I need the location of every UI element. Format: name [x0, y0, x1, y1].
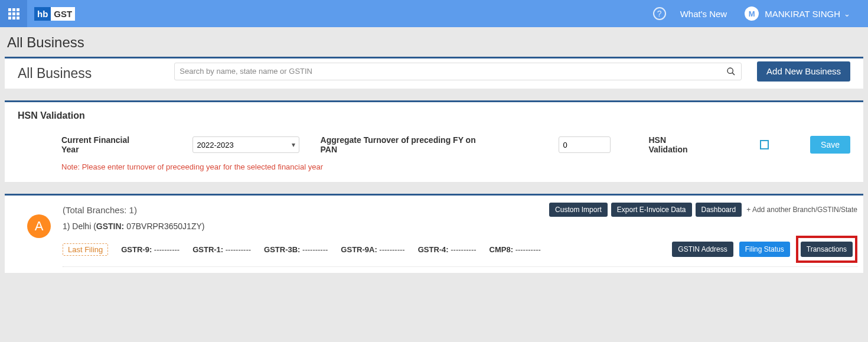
total-branches-label: (Total Branches: 1) [63, 205, 137, 215]
filing-row: Last Filing GSTR-9: ---------- GSTR-1: -… [63, 236, 857, 267]
chevron-down-icon: ▾ [292, 141, 295, 149]
turnover-input[interactable] [559, 136, 611, 153]
save-button[interactable]: Save [810, 136, 850, 154]
search-icon[interactable] [726, 67, 736, 78]
whats-new-link[interactable]: What's New [680, 9, 727, 19]
filing-status-button[interactable]: Filing Status [739, 242, 790, 257]
user-avatar[interactable]: M [745, 6, 759, 21]
hsn-validation-checkbox[interactable] [760, 140, 769, 149]
add-new-business-button[interactable]: Add New Business [757, 61, 850, 82]
financial-year-select[interactable]: 2022-2023 ▾ [192, 136, 299, 153]
user-name-label: MANKIRAT SINGH [765, 9, 840, 19]
hsn-validation-card: HSN Validation Current Financial Year 20… [5, 100, 863, 182]
financial-year-label: Current Financial Year [61, 135, 139, 154]
transactions-button[interactable]: Transactions [801, 242, 853, 257]
gstin-label: GSTIN: [96, 222, 124, 231]
filing-gstr9a: GSTR-9A: ---------- [341, 245, 404, 254]
search-input[interactable] [174, 63, 742, 80]
all-business-heading: All Business [18, 61, 92, 82]
financial-year-value: 2022-2023 [197, 141, 233, 149]
turnover-label: Aggregate Turnover of preceding FY on PA… [321, 135, 477, 154]
user-menu-chevron-icon[interactable]: ⌄ [844, 9, 850, 18]
page-title: All Business [5, 30, 863, 57]
branch-line: 1) Delhi (GSTIN: 07BVRPR3650J1ZY) [63, 222, 857, 231]
svg-point-0 [727, 68, 733, 73]
business-avatar: A [27, 214, 51, 238]
hsn-validation-label: HSN Validation [648, 135, 701, 154]
app-logo[interactable]: hb GST [34, 5, 75, 22]
business-list-card: A (Total Branches: 1) Custom Import Expo… [5, 194, 863, 273]
logo-gst: GST [51, 7, 75, 21]
apps-grid-icon [8, 8, 19, 19]
branch-prefix: 1) Delhi ( [63, 222, 96, 231]
help-icon[interactable]: ? [653, 7, 666, 20]
transactions-highlight: Transactions [796, 236, 857, 263]
filing-gstr9: GSTR-9: ---------- [121, 245, 180, 254]
filing-gstr3b: GSTR-3B: ---------- [264, 245, 328, 254]
all-business-card: All Business Add New Business [5, 57, 863, 89]
gstin-address-button[interactable]: GSTIN Address [672, 242, 733, 257]
gstin-value: 07BVRPR3650J1ZY) [124, 222, 204, 231]
apps-menu-button[interactable] [0, 0, 27, 27]
custom-import-button[interactable]: Custom Import [549, 203, 608, 217]
logo-hb: hb [34, 7, 51, 21]
hsn-validation-heading: HSN Validation [18, 110, 850, 129]
hsn-note: Note: Please enter turnover of preceedin… [18, 160, 850, 174]
filing-gstr1: GSTR-1: ---------- [192, 245, 251, 254]
dashboard-button[interactable]: Dashboard [696, 203, 742, 217]
last-filing-badge[interactable]: Last Filing [63, 243, 108, 256]
filing-gstr4: GSTR-4: ---------- [418, 245, 477, 254]
filing-cmp8: CMP8: ---------- [490, 245, 541, 254]
top-bar: hb GST ? What's New M MANKIRAT SINGH ⌄ [0, 0, 868, 27]
svg-line-1 [732, 73, 735, 75]
search-wrapper [174, 63, 742, 80]
add-another-branch-link[interactable]: + Add another Branch/GSTIN/State [746, 206, 857, 214]
export-einvoice-button[interactable]: Export E-Invoice Data [611, 203, 692, 217]
